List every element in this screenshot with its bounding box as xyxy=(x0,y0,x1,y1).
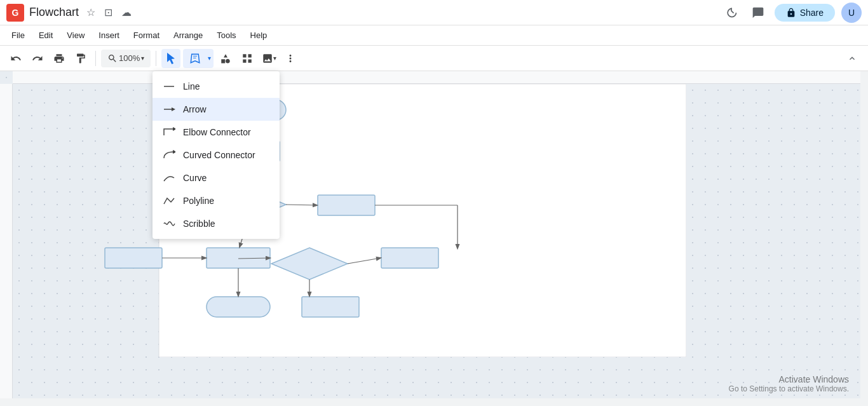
menu-view[interactable]: View xyxy=(60,28,91,43)
dropdown-item-curved-connector[interactable]: Curved Connector xyxy=(153,144,280,166)
elbow-icon xyxy=(163,126,175,139)
activate-line1: Activate Windows xyxy=(729,374,849,384)
menu-format[interactable]: Format xyxy=(127,28,166,43)
menubar: File Edit View Insert Format Arrange Too… xyxy=(0,25,868,46)
polyline-icon xyxy=(163,194,175,207)
svg-marker-4 xyxy=(173,150,175,154)
doc-title: Flowchart xyxy=(29,6,79,19)
curve-icon xyxy=(163,172,175,184)
zoom-button[interactable]: 100% ▾ xyxy=(102,51,149,66)
line-icon xyxy=(163,80,175,93)
zoom-group: 100% ▾ xyxy=(101,50,151,67)
svg-marker-2 xyxy=(172,107,175,111)
main-area: Activate Windows Go to Settings to activ… xyxy=(0,71,868,406)
divider-1 xyxy=(95,51,96,66)
line-tool-dropdown[interactable]: ▾ xyxy=(207,52,212,64)
polyline-label: Polyline xyxy=(183,196,214,206)
activate-line2: Go to Settings to activate Windows. xyxy=(729,384,849,393)
dropdown-item-curve[interactable]: Curve xyxy=(153,166,280,189)
menu-insert[interactable]: Insert xyxy=(92,28,126,43)
dropdown-item-elbow[interactable]: Elbow Connector xyxy=(153,121,280,144)
curve-label: Curve xyxy=(183,173,207,183)
line-tool-group: ▾ xyxy=(183,49,214,68)
svg-rect-13 xyxy=(381,248,438,268)
svg-marker-3 xyxy=(173,127,175,131)
dropdown-item-line[interactable]: Line xyxy=(153,75,280,98)
image-button[interactable]: ▾ xyxy=(259,49,278,68)
zoom-chevron: ▾ xyxy=(141,55,144,62)
menu-file[interactable]: File xyxy=(5,28,31,43)
scrollbar-vertical[interactable] xyxy=(860,71,868,398)
more-button[interactable] xyxy=(281,49,300,68)
divider-2 xyxy=(156,51,156,66)
share-button[interactable]: Share xyxy=(775,4,835,22)
app-icon: G xyxy=(6,4,24,22)
line-label: Line xyxy=(183,81,200,91)
scrollbar-horizontal[interactable] xyxy=(0,398,860,406)
collapse-toolbar-button[interactable] xyxy=(843,49,862,68)
redo-button[interactable] xyxy=(28,49,47,68)
scroll-corner xyxy=(860,398,868,406)
svg-rect-15 xyxy=(302,297,359,317)
line-tool-button[interactable] xyxy=(184,50,206,67)
toolbar: 100% ▾ ▾ ▾ Line xyxy=(0,46,868,71)
titlebar: G Flowchart ☆ ⊡ ☁ Share U xyxy=(0,0,868,25)
table-button[interactable] xyxy=(238,49,257,68)
ruler-vertical xyxy=(0,84,13,406)
scribble-icon xyxy=(163,217,175,230)
paint-format-button[interactable] xyxy=(71,49,90,68)
curved-connector-icon xyxy=(163,149,175,161)
print-button[interactable] xyxy=(50,49,69,68)
menu-edit[interactable]: Edit xyxy=(32,28,59,43)
arrow-label: Arrow xyxy=(183,104,207,114)
flowchart-diagram xyxy=(13,84,686,357)
canvas[interactable]: Activate Windows Go to Settings to activ… xyxy=(0,71,868,406)
shape-button[interactable] xyxy=(216,49,235,68)
menu-arrange[interactable]: Arrange xyxy=(167,28,209,43)
menu-tools[interactable]: Tools xyxy=(210,28,242,43)
select-button[interactable] xyxy=(161,49,180,68)
share-label: Share xyxy=(800,8,824,18)
zoom-value: 100% xyxy=(119,53,140,63)
ruler-horizontal xyxy=(13,71,868,84)
folder-icon[interactable]: ⊡ xyxy=(102,5,115,20)
dropdown-item-arrow[interactable]: Arrow xyxy=(153,98,280,121)
undo-button[interactable] xyxy=(6,49,25,68)
dropdown-item-scribble[interactable]: Scribble xyxy=(153,212,280,235)
line-chevron-icon: ▾ xyxy=(208,55,211,62)
cloud-icon[interactable]: ☁ xyxy=(119,5,134,20)
history-button[interactable] xyxy=(721,3,742,23)
image-chevron-icon: ▾ xyxy=(273,55,276,62)
arrow-icon xyxy=(163,103,175,116)
menu-help[interactable]: Help xyxy=(244,28,274,43)
dropdown-item-polyline[interactable]: Polyline xyxy=(153,189,280,212)
svg-rect-10 xyxy=(105,248,162,268)
comment-button[interactable] xyxy=(748,3,768,23)
curved-connector-label: Curved Connector xyxy=(183,150,255,160)
svg-rect-9 xyxy=(318,195,375,215)
elbow-label: Elbow Connector xyxy=(183,127,251,137)
activate-windows-overlay: Activate Windows Go to Settings to activ… xyxy=(729,374,849,393)
scribble-label: Scribble xyxy=(183,219,215,229)
line-dropdown-menu: Line Arrow Elbow Connector Curved Connec… xyxy=(153,71,280,239)
star-icon[interactable]: ☆ xyxy=(84,5,98,20)
user-avatar[interactable]: U xyxy=(841,3,862,23)
svg-rect-14 xyxy=(207,297,270,317)
